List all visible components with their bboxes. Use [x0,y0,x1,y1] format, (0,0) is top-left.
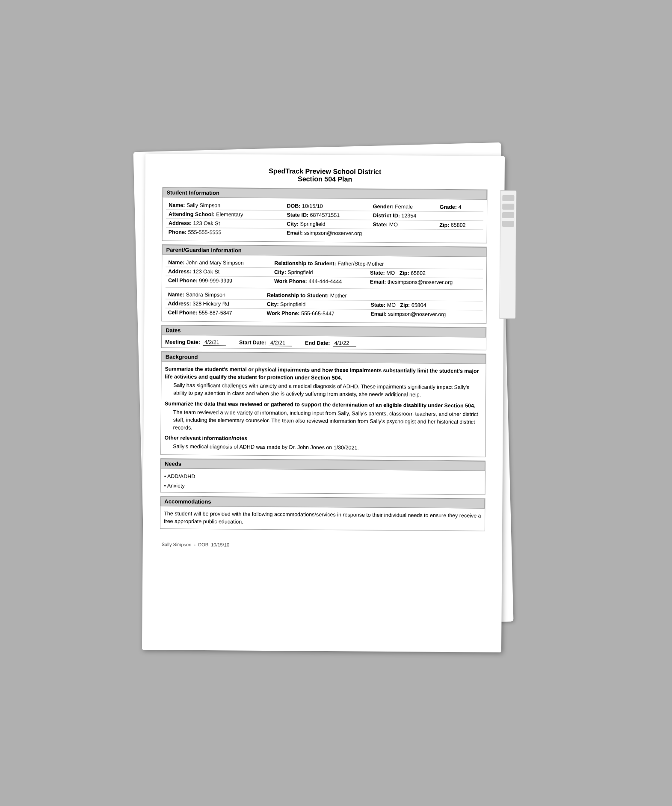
needs-list: • ADD/ADHD • Anxiety [160,471,485,495]
parent2-cell-label: Cell Phone: [168,309,197,315]
student-name-value: Sally Simpson [186,202,220,209]
parent2-work-label: Work Phone: [266,310,299,317]
parent2-email-label: Email: [370,311,387,317]
meeting-date-label: Meeting Date: [165,339,200,345]
parent2-name-label: Name: [168,291,184,297]
student-info-header: Student Information [163,187,487,199]
zip-label: Zip: [439,222,449,228]
district-id-label: District ID: [373,213,400,219]
needs-item-2: • Anxiety [164,481,481,492]
parent1-phones-row: Cell Phone: 999-999-9999 Work Phone: 444… [165,276,483,287]
student-info-content: Name: Sally Simpson DOB: 10/15/10 Gender… [162,199,487,243]
meeting-date-field: Meeting Date: 4/2/21 [165,339,226,346]
parent1-state-value: MO [386,270,395,276]
parent-divider [165,287,483,290]
state-label: State: [373,222,388,228]
start-date-value: 4/2/21 [269,340,292,346]
parent2-zip-label: Zip: [400,302,410,308]
phone-label: Phone: [168,229,186,235]
other-info-label: Other relevant information/notes [164,434,482,444]
parent1-relationship-value: Father/Step-Mother [337,261,384,267]
state-id-value: 6874571551 [310,212,340,218]
parent2-address-value: 328 Hickory Rd [192,301,229,307]
district-id-value: 12354 [401,213,416,219]
email-label: Email: [287,230,303,236]
meeting-date-value: 4/2/21 [202,339,226,346]
address-label: Address: [168,220,191,226]
accommodations-description: The student will be provided with the fo… [163,510,481,527]
tab-line-4 [502,221,514,227]
parent1-name-value: John and Mary Simpson [186,260,243,266]
background-header: Background [161,352,485,364]
student-gender-value: Female [395,204,413,210]
parent1-zip-label: Zip: [399,270,409,276]
dates-header: Dates [162,325,486,337]
parent2-email-value: ssimpson@noserver.org [388,311,446,317]
start-date-label: Start Date: [239,340,266,346]
main-document: SpedTrack Preview School District Sectio… [142,154,504,652]
parent-info-header: Parent/Guardian Information [162,245,486,257]
tab-line-1 [502,195,514,201]
parent1-name-label: Name: [168,259,184,265]
parent1-relationship-label: Relationship to Student: [274,260,336,267]
needs-section: Needs • ADD/ADHD • Anxiety [160,459,485,495]
dates-section: Dates Meeting Date: 4/2/21 Start Date: 4… [161,325,486,350]
accommodations-section: Accommodations The student will be provi… [160,496,485,531]
parent2-zip-value: 65804 [411,302,426,308]
document-header: SpedTrack Preview School District Sectio… [162,166,487,184]
footer-dob-label: DOB: [198,542,210,547]
student-info-table: Name: Sally Simpson DOB: 10/15/10 Gender… [166,201,483,238]
parent1-work-value: 444-444-4444 [308,279,342,285]
parent2-relationship-value: Mother [330,293,346,299]
background-prompt1: Summarize the student's mental or physic… [165,365,482,382]
background-response2: The team reviewed a wide variety of info… [173,408,482,433]
parent2-table: Name: Sandra Simpson Relationship to Stu… [165,290,483,319]
state-id-label: State ID: [287,212,308,218]
parent1-city-value: Springfield [287,269,313,275]
end-date-label: End Date: [305,340,330,346]
accommodations-content: The student will be provided with the fo… [160,508,484,531]
parent1-work-label: Work Phone: [274,278,307,284]
parent1-address-label: Address: [168,268,191,274]
grade-label: Grade: [439,204,456,210]
dob-label: DOB: [287,203,300,209]
sidebar-tab [499,190,516,319]
gender-label: Gender: [373,204,393,210]
background-section: Background Summarize the student's menta… [160,351,486,457]
city-value: Springfield [300,221,325,227]
name-label: Name: [169,202,185,208]
parent2-city-value: Springfield [280,301,305,307]
student-grade-value: 4 [458,204,461,210]
start-date-field: Start Date: 4/2/21 [239,340,292,347]
address-value: 123 Oak St [193,220,220,226]
parent2-address-label: Address: [168,300,191,306]
parent-information-section: Parent/Guardian Information Name: John a… [161,244,487,323]
background-prompt2: Summarize the data that was reviewed or … [164,400,482,409]
dates-content: Meeting Date: 4/2/21 Start Date: 4/2/21 … [161,337,485,350]
parent1-address-value: 123 Oak St [192,269,219,275]
phone-email-row: Phone: 555-555-5555 Email: ssimpson@nose… [166,228,483,239]
parent1-zip-value: 65802 [411,270,426,276]
background-response1: Sally has significant challenges with an… [173,382,482,399]
parent1-cell-value: 999-999-9999 [199,278,232,284]
tab-line-3 [502,212,514,218]
parent1-email-label: Email: [370,279,386,285]
parent2-name-value: Sandra Simpson [186,292,225,298]
footer-student-name: Sally Simpson [161,542,191,547]
parent2-cell-value: 555-887-5847 [198,310,232,316]
accommodations-header: Accommodations [160,496,485,508]
city-label: City: [287,221,299,227]
other-info-value: Sally's medical diagnosis of ADHD was ma… [173,443,482,453]
parent2-work-value: 555-665-5447 [301,311,334,317]
parent2-relationship-label: Relationship to Student: [266,292,329,299]
parent2-state-label: State: [370,302,385,308]
background-content: Summarize the student's mental or physic… [161,363,485,457]
parent-info-content: Name: John and Mary Simpson Relationship… [162,256,486,323]
needs-header: Needs [160,459,485,471]
student-information-section: Student Information Name: Sally Simpson … [162,187,487,243]
tab-line-2 [502,204,514,210]
attending-school-label: Attending School: [169,211,215,217]
parent2-city-label: City: [266,301,278,307]
student-dob-value: 10/15/10 [302,203,323,209]
attending-school-value: Elementary [216,211,243,217]
